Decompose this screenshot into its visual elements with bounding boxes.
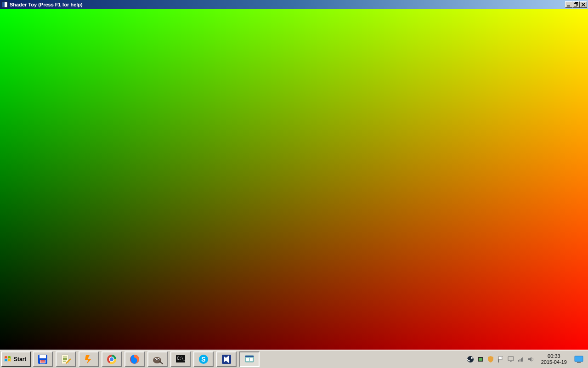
caption-buttons (565, 1, 587, 8)
close-icon (581, 2, 586, 7)
restore-icon (574, 2, 578, 7)
gpu-icon[interactable] (477, 356, 484, 363)
shadertoy-window: Shader Toy (Press F1 for help) (0, 0, 588, 350)
svg-rect-40 (575, 356, 583, 362)
quick-launch: C:\_ S (32, 351, 260, 367)
taskbar-item-shadertoy[interactable] (239, 351, 260, 367)
skype-icon: S (198, 353, 209, 365)
svg-point-19 (155, 359, 156, 360)
winamp-icon (83, 353, 95, 365)
start-button[interactable]: Start (1, 351, 31, 367)
taskbar-item-gimp[interactable] (147, 351, 168, 367)
svg-rect-29 (250, 358, 253, 361)
close-button[interactable] (580, 1, 587, 8)
svg-rect-27 (245, 356, 254, 357)
minimize-icon (566, 2, 571, 7)
visualstudio-icon (220, 353, 232, 365)
taskbar-item-cmd[interactable]: C:\_ (170, 351, 191, 367)
maximize-button[interactable] (572, 1, 580, 8)
flag-icon[interactable] (497, 356, 504, 363)
svg-rect-35 (508, 357, 514, 361)
system-tray (464, 351, 537, 367)
svg-rect-36 (518, 360, 519, 362)
cmd-icon: C:\_ (175, 353, 187, 365)
svg-rect-37 (520, 359, 520, 362)
title-bar[interactable]: Shader Toy (Press F1 for help) (0, 0, 588, 9)
svg-rect-39 (522, 357, 523, 362)
svg-rect-10 (40, 362, 45, 362)
svg-point-20 (158, 359, 159, 360)
svg-rect-38 (521, 358, 522, 362)
svg-rect-34 (479, 358, 482, 361)
start-label: Start (14, 356, 26, 362)
svg-rect-2 (567, 6, 570, 6)
security-icon[interactable] (487, 356, 494, 363)
taskbar-item-visualstudio[interactable] (216, 351, 237, 367)
svg-rect-28 (246, 358, 249, 361)
taskbar-item-chrome[interactable] (102, 351, 122, 367)
volume-icon[interactable] (527, 356, 535, 363)
network-icon[interactable] (517, 356, 525, 363)
svg-point-16 (153, 357, 161, 363)
taskbar-item-save[interactable] (33, 351, 53, 367)
notepadpp-icon (60, 353, 72, 365)
save-icon (37, 353, 49, 365)
svg-point-14 (109, 357, 114, 362)
taskbar-clock[interactable]: 00:33 2015-04-19 (538, 353, 570, 364)
svg-point-31 (471, 357, 473, 359)
window-title: Shader Toy (Press F1 for help) (10, 2, 565, 7)
shader-green-ramp (0, 9, 588, 350)
taskbar-item-firefox[interactable] (124, 351, 145, 367)
svg-rect-8 (40, 360, 45, 361)
shader-viewport[interactable] (0, 9, 588, 350)
svg-rect-1 (2, 2, 5, 7)
windows-logo-icon (4, 355, 12, 363)
clock-time: 00:33 (548, 353, 560, 359)
show-desktop-icon (573, 354, 584, 365)
svg-rect-6 (40, 355, 46, 358)
svg-text:C:\_: C:\_ (177, 357, 186, 361)
action-center-icon[interactable] (507, 356, 514, 363)
chrome-icon (106, 353, 118, 365)
svg-rect-41 (577, 362, 581, 363)
steam-icon[interactable] (467, 356, 474, 363)
svg-point-30 (467, 356, 474, 362)
svg-text:S: S (202, 356, 206, 363)
taskbar: Start (0, 350, 588, 368)
clock-date: 2015-04-19 (541, 359, 567, 365)
taskbar-item-skype[interactable]: S (193, 351, 214, 367)
minimize-button[interactable] (565, 1, 572, 8)
svg-rect-9 (40, 361, 45, 362)
app-icon[interactable] (1, 1, 8, 8)
gimp-icon (152, 353, 164, 365)
firefox-icon (129, 353, 141, 365)
svg-rect-4 (574, 3, 577, 6)
svg-marker-12 (85, 355, 91, 364)
taskbar-item-winamp[interactable] (79, 351, 99, 367)
show-desktop-button[interactable] (572, 353, 585, 366)
taskbar-item-notepadpp[interactable] (56, 351, 76, 367)
shadertoy-icon (243, 353, 255, 365)
